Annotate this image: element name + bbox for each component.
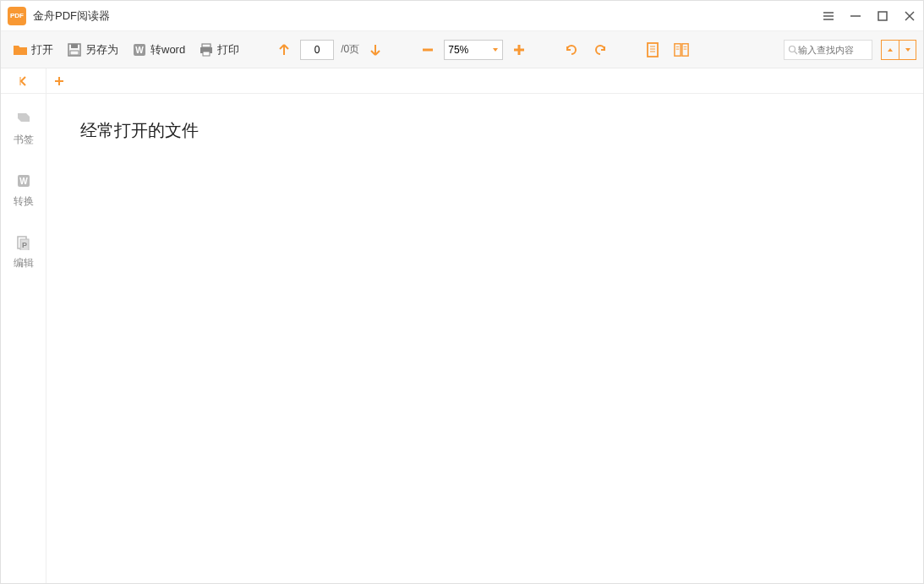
print-label: 打印 bbox=[217, 42, 239, 57]
edit-icon: P bbox=[15, 234, 32, 251]
svg-rect-22 bbox=[675, 43, 681, 55]
page-total: /0页 bbox=[341, 42, 359, 57]
svg-rect-18 bbox=[648, 43, 658, 57]
print-button[interactable]: 打印 bbox=[194, 39, 244, 61]
zoom-out-button[interactable] bbox=[415, 39, 440, 61]
minimize-icon[interactable] bbox=[849, 9, 862, 23]
zoom-value: 75% bbox=[448, 44, 468, 56]
arrow-down-icon bbox=[368, 42, 383, 57]
svg-line-29 bbox=[795, 52, 797, 54]
bookmark-icon bbox=[15, 111, 32, 128]
convert-icon: W bbox=[15, 172, 32, 189]
svg-point-28 bbox=[790, 46, 796, 52]
save-icon bbox=[67, 42, 82, 57]
sidebar-item-bookmark[interactable]: 书签 bbox=[14, 111, 34, 147]
minus-icon bbox=[420, 42, 435, 57]
recent-files-title: 经常打开的文件 bbox=[80, 119, 889, 142]
rotate-ccw-icon bbox=[564, 42, 579, 57]
svg-text:P: P bbox=[21, 241, 26, 249]
title-bar: PDF 金舟PDF阅读器 bbox=[1, 1, 923, 31]
svg-text:W: W bbox=[135, 46, 144, 55]
content-area: 经常打开的文件 bbox=[46, 94, 923, 584]
page-input[interactable] bbox=[300, 40, 334, 60]
sidebar-item-edit[interactable]: P 编辑 bbox=[14, 234, 34, 270]
double-page-icon bbox=[674, 42, 689, 57]
to-word-button[interactable]: W 转word bbox=[127, 39, 190, 61]
rotate-cw-icon bbox=[593, 42, 608, 57]
window-controls bbox=[822, 9, 916, 23]
save-as-label: 另存为 bbox=[85, 42, 118, 57]
single-page-icon bbox=[645, 42, 660, 57]
search-icon bbox=[788, 45, 798, 55]
page-down-button[interactable] bbox=[363, 39, 388, 61]
arrow-up-icon bbox=[276, 42, 292, 57]
toolbar: 打开 另存为 W 转word 打印 /0页 75% bbox=[1, 31, 923, 68]
tab-bar bbox=[1, 68, 923, 94]
app-title: 金舟PDF阅读器 bbox=[33, 8, 110, 24]
svg-rect-23 bbox=[682, 43, 688, 55]
search-input[interactable] bbox=[798, 45, 868, 55]
chevron-down-icon bbox=[492, 46, 499, 53]
double-page-button[interactable] bbox=[669, 39, 694, 61]
open-button[interactable]: 打开 bbox=[8, 39, 58, 61]
print-icon bbox=[199, 42, 214, 57]
folder-icon bbox=[13, 42, 28, 57]
main-area: 书签 W 转换 P 编辑 经常打开的文件 bbox=[1, 94, 923, 584]
svg-rect-9 bbox=[70, 51, 79, 55]
open-label: 打开 bbox=[31, 42, 53, 57]
search-nav bbox=[881, 40, 916, 60]
zoom-in-button[interactable] bbox=[506, 39, 532, 61]
search-next-button[interactable] bbox=[899, 41, 916, 59]
zoom-select[interactable]: 75% bbox=[444, 40, 503, 60]
sidebar-bookmark-label: 书签 bbox=[14, 133, 34, 147]
svg-rect-8 bbox=[71, 44, 78, 48]
svg-rect-12 bbox=[202, 44, 210, 47]
app-logo: PDF bbox=[8, 7, 26, 25]
to-word-label: 转word bbox=[150, 42, 185, 57]
menu-icon[interactable] bbox=[822, 9, 835, 23]
collapse-sidebar-button[interactable] bbox=[1, 68, 46, 93]
svg-rect-14 bbox=[203, 52, 210, 56]
close-icon[interactable] bbox=[903, 9, 916, 23]
rotate-right-button[interactable] bbox=[588, 39, 613, 61]
save-as-button[interactable]: 另存为 bbox=[62, 39, 123, 61]
sidebar-item-convert[interactable]: W 转换 bbox=[14, 172, 34, 209]
search-box[interactable] bbox=[784, 40, 872, 60]
single-page-button[interactable] bbox=[640, 39, 665, 61]
maximize-icon[interactable] bbox=[876, 9, 889, 23]
add-tab-button[interactable] bbox=[46, 76, 72, 86]
sidebar-convert-label: 转换 bbox=[14, 194, 34, 209]
rotate-left-button[interactable] bbox=[559, 39, 584, 61]
sidebar-edit-label: 编辑 bbox=[14, 256, 34, 270]
word-icon: W bbox=[132, 42, 147, 57]
plus-icon bbox=[511, 42, 527, 57]
page-up-button[interactable] bbox=[271, 39, 297, 61]
sidebar: 书签 W 转换 P 编辑 bbox=[1, 94, 46, 584]
search-prev-button[interactable] bbox=[882, 41, 899, 59]
svg-text:W: W bbox=[19, 177, 28, 186]
svg-rect-4 bbox=[878, 12, 887, 20]
